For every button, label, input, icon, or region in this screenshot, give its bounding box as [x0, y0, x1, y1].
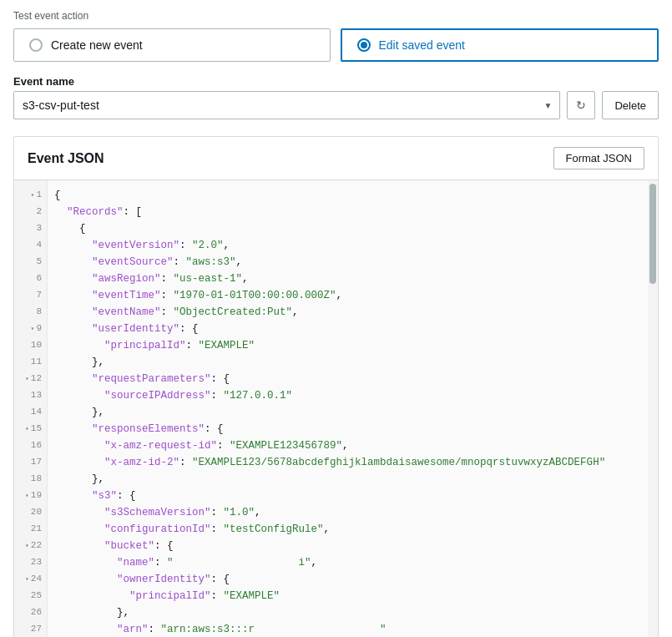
code-line: "principalId": "EXAMPLE": [54, 337, 651, 354]
line-number: 3: [14, 220, 47, 237]
line-number: ▾9: [14, 321, 47, 337]
event-name-label: Event name: [13, 75, 659, 88]
code-line: "Records": [: [54, 204, 651, 220]
fold-arrow-icon[interactable]: ▾: [25, 541, 29, 552]
code-line: "responseElements": {: [54, 421, 651, 437]
create-new-event-option[interactable]: Create new event: [13, 28, 331, 62]
line-number: ▾24: [14, 571, 47, 588]
code-line: "requestParameters": {: [54, 371, 651, 387]
delete-button[interactable]: Delete: [602, 91, 659, 119]
line-number: 23: [14, 554, 47, 571]
refresh-button[interactable]: ↻: [567, 91, 595, 119]
code-line: },: [54, 404, 651, 421]
line-number: 14: [14, 404, 47, 421]
event-name-select-wrapper: s3-csv-put-test ▼: [13, 91, 560, 119]
code-line: "eventVersion": "2.0",: [54, 237, 651, 254]
line-numbers: ▾12345678▾91011▾121314▾15161718▾192021▾2…: [14, 180, 48, 637]
line-number: 27: [14, 621, 47, 637]
create-new-event-label: Create new event: [51, 38, 143, 52]
scrollbar-track[interactable]: [648, 180, 658, 637]
line-number: 17: [14, 454, 47, 471]
fold-arrow-icon[interactable]: ▾: [31, 190, 35, 201]
format-json-button[interactable]: Format JSON: [553, 147, 644, 169]
line-number: 21: [14, 521, 47, 538]
code-line: {: [54, 187, 651, 204]
code-line: },: [54, 604, 651, 621]
edit-saved-radio-circle: [357, 38, 371, 52]
line-number: 2: [14, 204, 47, 220]
edit-saved-event-label: Edit saved event: [379, 38, 466, 52]
fold-arrow-icon[interactable]: ▾: [25, 491, 29, 502]
line-number: 20: [14, 504, 47, 521]
code-line: },: [54, 354, 651, 371]
fold-arrow-icon[interactable]: ▾: [25, 424, 29, 435]
code-line: "awsRegion": "us-east-1",: [54, 270, 651, 287]
line-number: 25: [14, 588, 47, 604]
refresh-icon: ↻: [576, 99, 586, 112]
json-content: ▾12345678▾91011▾121314▾15161718▾192021▾2…: [14, 180, 658, 637]
code-line: "x-amz-request-id": "EXAMPLE123456789",: [54, 437, 651, 454]
line-number: 18: [14, 471, 47, 488]
json-panel: Event JSON Format JSON ▾12345678▾91011▾1…: [13, 136, 659, 637]
section-label: Test event action: [13, 10, 659, 22]
line-number: 5: [14, 254, 47, 270]
line-number: 6: [14, 270, 47, 287]
code-line: },: [54, 471, 651, 488]
main-container: Test event action Create new event Edit …: [0, 0, 672, 637]
test-event-action-group: Create new event Edit saved event: [13, 28, 659, 62]
event-name-row: s3-csv-put-test ▼ ↻ Delete: [13, 91, 659, 119]
line-number: ▾22: [14, 538, 47, 554]
code-line: "s3SchemaVersion": "1.0",: [54, 504, 651, 521]
line-number: 7: [14, 287, 47, 304]
event-name-select[interactable]: s3-csv-put-test: [13, 91, 560, 119]
code-line: "x-amz-id-2": "EXAMPLE123/5678abcdefghij…: [54, 454, 651, 471]
code-line: {: [54, 220, 651, 237]
line-number: 13: [14, 387, 47, 404]
scrollbar-thumb[interactable]: [649, 184, 656, 284]
line-number: ▾15: [14, 421, 47, 437]
code-line: "userIdentity": {: [54, 321, 651, 337]
code-line: "sourceIPAddress": "127.0.0.1": [54, 387, 651, 404]
code-line: "eventName": "ObjectCreated:Put",: [54, 304, 651, 321]
event-name-section: Event name s3-csv-put-test ▼ ↻ Delete: [13, 75, 659, 119]
fold-arrow-icon[interactable]: ▾: [31, 324, 35, 335]
line-number: 10: [14, 337, 47, 354]
code-line: "bucket": {: [54, 538, 651, 554]
json-panel-header: Event JSON Format JSON: [14, 137, 658, 180]
code-line: "eventTime": "1970-01-01T00:00:00.000Z",: [54, 287, 651, 304]
code-line: "ownerIdentity": {: [54, 571, 651, 588]
line-number: ▾12: [14, 371, 47, 387]
edit-saved-event-option[interactable]: Edit saved event: [341, 28, 659, 62]
code-line: "arn": "arn:aws:s3:::r ": [54, 621, 651, 637]
code-line: "s3": {: [54, 488, 651, 504]
fold-arrow-icon[interactable]: ▾: [25, 374, 29, 385]
line-number: ▾19: [14, 488, 47, 504]
create-new-radio-circle: [29, 38, 43, 52]
code-line: "name": " i",: [54, 554, 651, 571]
code-area[interactable]: { "Records": [ { "eventVersion": "2.0", …: [48, 180, 658, 637]
line-number: 26: [14, 604, 47, 621]
code-line: "configurationId": "testConfigRule",: [54, 521, 651, 538]
code-line: "principalId": "EXAMPLE": [54, 588, 651, 604]
line-number: 8: [14, 304, 47, 321]
fold-arrow-icon[interactable]: ▾: [25, 574, 29, 585]
line-number: ▾1: [14, 187, 47, 204]
json-panel-title: Event JSON: [28, 151, 104, 166]
line-number: 4: [14, 237, 47, 254]
json-editor[interactable]: ▾12345678▾91011▾121314▾15161718▾192021▾2…: [14, 180, 658, 637]
code-line: "eventSource": "aws:s3",: [54, 254, 651, 270]
line-number: 11: [14, 354, 47, 371]
line-number: 16: [14, 437, 47, 454]
